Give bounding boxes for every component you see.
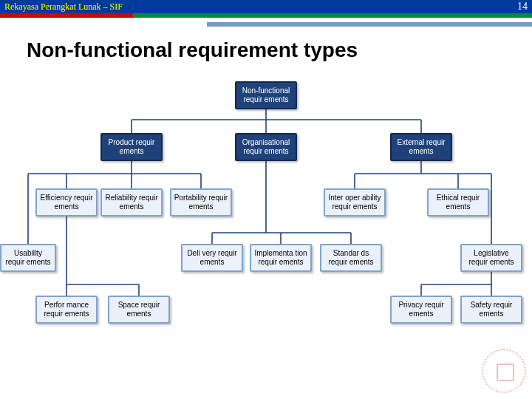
connector-lines bbox=[0, 74, 532, 377]
node-organisational: Organisational requir ements bbox=[235, 133, 297, 161]
node-interoperability: Inter oper ability requir ements bbox=[324, 188, 386, 216]
node-external: External requir ements bbox=[390, 133, 452, 161]
node-ethical: Ethical requir ements bbox=[427, 188, 489, 216]
page-number: 14 bbox=[517, 1, 528, 13]
node-privacy: Privacy requir ements bbox=[390, 296, 452, 324]
node-space: Space requir ements bbox=[108, 296, 170, 324]
node-reliability: Reliability requir ements bbox=[100, 188, 163, 216]
node-root: Non-functional requir ements bbox=[235, 81, 297, 109]
header-bar: Rekayasa Perangkat Lunak – SIF 14 bbox=[0, 0, 532, 13]
node-safety: Safety requir ements bbox=[460, 296, 522, 324]
page-title: Non-functional requirement types bbox=[27, 38, 358, 62]
node-delivery: Deli very requir ements bbox=[181, 244, 243, 272]
hierarchy-diagram: Non-functional requir ements Product req… bbox=[0, 74, 532, 377]
node-standards: Standar ds requir ements bbox=[320, 244, 382, 272]
accent-stripe-2 bbox=[207, 22, 532, 27]
node-product: Product requir ements bbox=[100, 133, 163, 161]
accent-stripe-1 bbox=[0, 13, 532, 18]
watermark-logo bbox=[482, 349, 526, 393]
course-label: Rekayasa Perangkat Lunak – SIF bbox=[4, 1, 123, 13]
node-portability: Portability requir ements bbox=[170, 188, 232, 216]
node-usability: Usability requir ements bbox=[0, 244, 56, 272]
node-legislative: Legislative requir ements bbox=[460, 244, 522, 272]
node-efficiency: Efficiency requir ements bbox=[35, 188, 98, 216]
node-performance: Perfor mance requir ements bbox=[35, 296, 98, 324]
node-implementation: Implementa tion requir ements bbox=[250, 244, 312, 272]
